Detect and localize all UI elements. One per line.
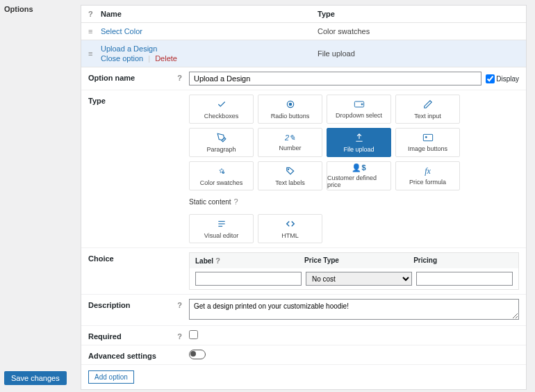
check-icon <box>217 99 227 111</box>
choice-col-price-type: Price Type <box>304 256 413 265</box>
type-card-label: Number <box>279 145 301 152</box>
type-card-label: HTML <box>281 232 299 239</box>
label-required: Required <box>88 332 122 341</box>
svg-point-5 <box>425 136 427 138</box>
delete-option-link[interactable]: Delete <box>155 54 177 63</box>
col-name: Name <box>101 10 318 18</box>
col-type: Type <box>318 10 519 18</box>
type-card-image-buttons[interactable]: Image buttons <box>395 128 460 157</box>
label-choice: Choice <box>88 254 114 263</box>
choice-col-label: Label <box>195 257 213 265</box>
static-content-label: Static content ? <box>189 197 519 206</box>
section-label: Options <box>4 5 33 13</box>
row-type: Type CheckboxesRadio buttonsDropdown sel… <box>81 90 526 248</box>
row-choice: Choice Label? Price Type Pricing No cost <box>81 248 526 295</box>
type-card-label: File upload <box>343 146 374 153</box>
help-icon[interactable]: ? <box>215 256 220 265</box>
option-name-input[interactable] <box>189 72 481 85</box>
radio-icon <box>286 99 295 111</box>
pen-icon <box>217 133 227 144</box>
options-header: ? Name Type <box>81 6 526 23</box>
fx-icon: fx <box>425 166 431 177</box>
svg-point-1 <box>289 103 292 106</box>
type-card-checkboxes[interactable]: Checkboxes <box>189 95 254 124</box>
person-icon: 👤$ <box>352 163 365 172</box>
svg-point-7 <box>288 169 288 170</box>
option-name-link[interactable]: Select Color <box>101 27 142 35</box>
help-icon[interactable]: ? <box>177 332 182 341</box>
label-description: Description <box>88 301 131 309</box>
type-card-customer-price[interactable]: 👤$Customer defined price <box>327 161 391 190</box>
upload-icon <box>354 133 364 144</box>
drag-icon[interactable]: ≡ <box>88 27 101 35</box>
html-icon <box>285 219 296 230</box>
help-icon[interactable]: ? <box>234 197 238 206</box>
svg-point-3 <box>361 104 363 105</box>
type-card-label: Text input <box>414 113 441 120</box>
choice-table: Label? Price Type Pricing No cost <box>189 252 519 290</box>
option-type: Color swatches <box>318 27 519 35</box>
label-type: Type <box>88 97 106 105</box>
type-card-color-swatches[interactable]: Color swatches <box>189 161 254 190</box>
type-card-label: Radio buttons <box>271 113 310 120</box>
tag-icon <box>286 166 295 177</box>
option-row-1[interactable]: ≡ Select Color Color swatches <box>81 23 526 40</box>
add-option-button[interactable]: Add option <box>88 370 134 384</box>
label-option-name: Option name <box>88 74 135 82</box>
display-checkbox[interactable] <box>486 74 495 83</box>
type-card-text-input[interactable]: Text input <box>395 95 460 124</box>
drag-icon[interactable]: ≡ <box>88 49 101 58</box>
options-panel: ? Name Type ≡ Select Color Color swatche… <box>81 5 527 390</box>
svg-rect-4 <box>423 134 432 140</box>
row-option-name: Option name? Display <box>81 67 526 90</box>
type-card-dropdown[interactable]: Dropdown select <box>327 95 391 124</box>
type-card-label: Visual editor <box>204 232 238 239</box>
description-textarea[interactable]: Get a design printed on your customizabl… <box>189 299 519 320</box>
type-card-label: Paragraph <box>206 146 236 153</box>
type-card-file-upload[interactable]: File upload <box>327 128 391 157</box>
type-card-number[interactable]: 2✎Number <box>258 128 322 157</box>
type-card-label: Customer defined price <box>327 174 390 188</box>
row-required: Required? <box>81 326 526 345</box>
choice-label-input[interactable] <box>195 272 302 286</box>
type-card-paragraph[interactable]: Paragraph <box>189 128 254 157</box>
advanced-toggle[interactable] <box>189 350 206 359</box>
swatch-icon <box>217 166 227 177</box>
dropdown-icon <box>354 100 365 110</box>
save-changes-button[interactable]: Save changes <box>4 371 67 385</box>
help-icon[interactable]: ? <box>88 10 101 18</box>
type-card-text-labels[interactable]: Text labels <box>258 161 322 190</box>
option-type: File upload <box>318 49 519 58</box>
choice-pricing-input[interactable] <box>416 272 513 286</box>
row-advanced: Advanced settings <box>81 345 526 365</box>
option-row-2[interactable]: ≡ Upload a Design Close option | Delete … <box>81 40 526 67</box>
pencil-icon <box>423 99 433 111</box>
type-card-label: Text labels <box>275 179 305 186</box>
choice-price-type-select[interactable]: No cost <box>306 272 412 286</box>
type-card-label: Checkboxes <box>204 113 239 120</box>
required-checkbox[interactable] <box>189 330 198 339</box>
type-card-html[interactable]: HTML <box>258 214 322 243</box>
help-icon[interactable]: ? <box>177 74 182 82</box>
type-card-label: Price formula <box>409 179 446 186</box>
type-card-label: Dropdown select <box>336 112 382 119</box>
type-card-radio[interactable]: Radio buttons <box>258 95 322 124</box>
option-name-link[interactable]: Upload a Design <box>101 44 157 53</box>
type-card-price-formula[interactable]: fxPrice formula <box>395 161 460 190</box>
choice-col-pricing: Pricing <box>413 256 513 265</box>
editor-icon <box>217 219 227 230</box>
type-card-label: Image buttons <box>408 145 447 152</box>
close-option-link[interactable]: Close option <box>101 54 143 63</box>
row-description: Description? Get a design printed on you… <box>81 295 526 326</box>
help-icon[interactable]: ? <box>177 301 182 309</box>
number-icon: 2✎ <box>285 133 295 142</box>
label-advanced: Advanced settings <box>88 352 156 360</box>
svg-point-6 <box>222 172 224 173</box>
image-icon <box>422 133 434 143</box>
type-card-visual-editor[interactable]: Visual editor <box>189 214 254 243</box>
type-card-label: Color swatches <box>200 179 243 186</box>
display-checkbox-wrap[interactable]: Display <box>486 74 519 83</box>
